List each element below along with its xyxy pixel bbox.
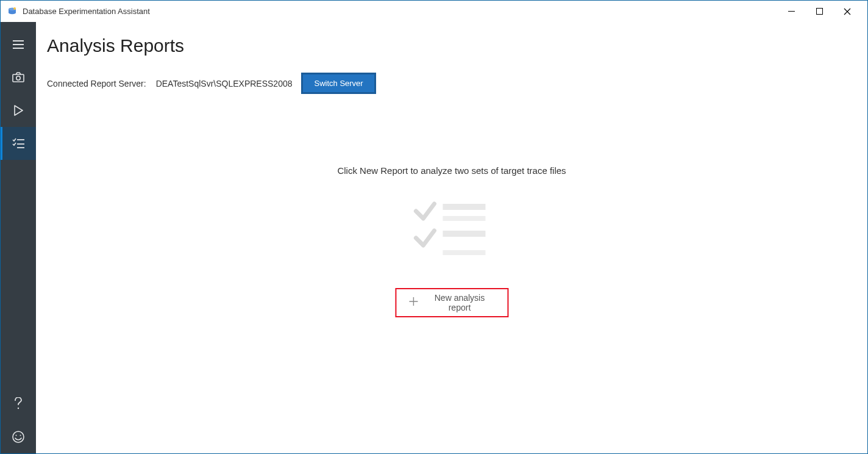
svg-rect-10 bbox=[443, 204, 485, 210]
main-content: Analysis Reports Connected Report Server… bbox=[36, 22, 867, 453]
empty-state-hint: Click New Report to analyze two sets of … bbox=[337, 165, 566, 176]
svg-point-9 bbox=[20, 435, 21, 436]
close-button[interactable] bbox=[833, 2, 861, 21]
switch-server-button[interactable]: Switch Server bbox=[302, 73, 375, 93]
play-icon bbox=[13, 104, 24, 117]
minimize-icon bbox=[788, 8, 795, 15]
window-controls bbox=[777, 2, 861, 21]
sidebar-item-replay[interactable] bbox=[1, 94, 36, 127]
new-analysis-report-button[interactable]: New analysis report bbox=[395, 288, 508, 317]
app-icon bbox=[7, 6, 18, 17]
window-titlebar: Database Experimentation Assistant bbox=[1, 1, 867, 22]
minimize-button[interactable] bbox=[777, 2, 805, 21]
window-title: Database Experimentation Assistant bbox=[23, 7, 777, 16]
svg-point-6 bbox=[18, 408, 19, 409]
checklist-icon bbox=[12, 137, 25, 150]
sidebar-item-capture[interactable] bbox=[1, 61, 36, 94]
sidebar-item-menu[interactable] bbox=[1, 28, 36, 61]
help-icon bbox=[13, 397, 24, 411]
close-icon bbox=[844, 8, 851, 15]
svg-point-5 bbox=[16, 76, 20, 80]
sidebar-item-analysis-reports[interactable] bbox=[1, 127, 36, 160]
empty-state: Click New Report to analyze two sets of … bbox=[337, 165, 566, 317]
maximize-icon bbox=[816, 8, 823, 15]
svg-point-8 bbox=[16, 435, 17, 436]
svg-point-7 bbox=[13, 431, 24, 442]
svg-point-2 bbox=[13, 7, 16, 10]
svg-rect-11 bbox=[443, 216, 485, 221]
svg-rect-4 bbox=[13, 74, 24, 82]
hamburger-icon bbox=[12, 38, 25, 51]
svg-rect-3 bbox=[816, 9, 822, 15]
connected-server-row: Connected Report Server: DEATestSqlSvr\S… bbox=[47, 73, 856, 93]
svg-rect-13 bbox=[443, 250, 485, 255]
svg-rect-12 bbox=[443, 231, 485, 237]
connected-server-label: Connected Report Server: bbox=[47, 79, 146, 88]
checklist-illustration bbox=[412, 200, 491, 264]
sidebar-item-help[interactable] bbox=[1, 387, 36, 420]
camera-icon bbox=[12, 71, 25, 84]
maximize-button[interactable] bbox=[805, 2, 833, 21]
sidebar bbox=[1, 22, 36, 453]
connected-server-value: DEATestSqlSvr\SQLEXPRESS2008 bbox=[156, 79, 293, 88]
plus-icon bbox=[408, 297, 418, 309]
new-analysis-report-label: New analysis report bbox=[424, 293, 495, 312]
sidebar-item-feedback[interactable] bbox=[1, 420, 36, 453]
smile-icon bbox=[12, 430, 25, 444]
page-title: Analysis Reports bbox=[47, 35, 856, 56]
